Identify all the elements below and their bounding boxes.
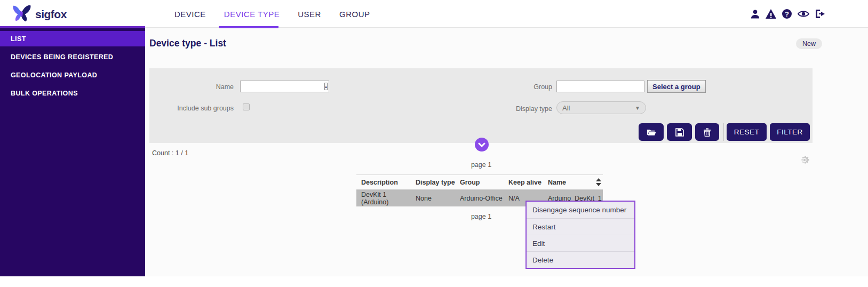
trash-icon	[703, 128, 711, 137]
include-sub-groups-label: Include sub groups	[163, 105, 234, 112]
svg-text:?: ?	[785, 10, 789, 18]
table-header-row: Description Display type Group Keep aliv…	[356, 174, 603, 190]
active-tab-underline	[219, 26, 278, 28]
button-divider	[723, 123, 724, 141]
help-icon[interactable]: ?	[782, 9, 792, 19]
user-icon[interactable]	[750, 9, 760, 19]
main-nav: DEVICE DEVICE TYPE USER GROUP	[174, 0, 370, 28]
input-addon-icon[interactable]: ▴	[324, 83, 328, 90]
tab-group[interactable]: GROUP	[339, 10, 370, 19]
load-filter-button[interactable]	[639, 123, 664, 141]
sidebar-item-devices-being-registered[interactable]: DEVICES BEING REGISTERED	[0, 49, 145, 65]
page-indicator-top: page 1	[463, 161, 500, 169]
eye-icon[interactable]	[797, 9, 810, 19]
sort-ascending-icon[interactable]	[596, 178, 601, 181]
tab-user[interactable]: USER	[298, 10, 321, 19]
brand-name: sigfox	[35, 8, 67, 21]
display-type-label: Display type	[499, 105, 552, 113]
display-type-select[interactable]: All ▼	[556, 101, 646, 114]
display-type-value: All	[562, 104, 570, 112]
col-keep-alive: Keep alive	[508, 179, 548, 186]
chevron-down-icon: ▼	[635, 105, 640, 111]
group-input[interactable]	[545, 81, 643, 92]
gear-icon[interactable]	[799, 154, 810, 168]
butterfly-logo-icon	[12, 4, 32, 25]
tab-device[interactable]: DEVICE	[174, 10, 206, 19]
count-label: Count : 1 / 1	[152, 149, 188, 157]
col-group: Group	[460, 179, 508, 186]
group-label: Group	[499, 83, 552, 91]
col-description: Description	[356, 179, 416, 186]
page-indicator-bottom: page 1	[463, 213, 500, 220]
reset-button[interactable]: RESET	[727, 123, 767, 141]
sort-control[interactable]	[596, 178, 601, 186]
menu-item-disengage-sequence-number[interactable]: Disengage sequence number	[527, 202, 634, 218]
include-sub-groups-checkbox[interactable]	[243, 103, 250, 110]
filter-panel: Name ▴ Include sub groups Group Select a…	[149, 68, 813, 143]
sidebar-item-list[interactable]: LIST	[0, 31, 145, 46]
chevron-down-icon	[478, 142, 485, 147]
collapse-filter-button[interactable]	[475, 138, 489, 152]
sidebar-item-geolocation-payload[interactable]: GEOLOCATION PAYLOAD	[0, 67, 145, 83]
sigfox-logo[interactable]: sigfox	[12, 4, 67, 25]
sidebar: LIST DEVICES BEING REGISTERED GEOLOCATIO…	[0, 28, 145, 276]
save-icon	[675, 128, 684, 137]
cell-description: DevKit 1 (Arduino)	[356, 191, 416, 206]
page-title: Device type - List	[149, 38, 226, 49]
sort-descending-icon[interactable]	[596, 183, 601, 186]
tab-device-type[interactable]: DEVICE TYPE	[224, 10, 280, 19]
top-bar: sigfox DEVICE DEVICE TYPE USER GROUP ?	[0, 0, 868, 28]
menu-item-edit[interactable]: Edit	[527, 235, 634, 251]
save-filter-button[interactable]	[667, 123, 692, 141]
cell-display-type: None	[416, 195, 460, 202]
name-input-wrapper: ▴	[240, 81, 329, 92]
menu-item-delete[interactable]: Delete	[527, 251, 634, 268]
select-a-group-button[interactable]: Select a group	[647, 80, 706, 93]
col-name: Name	[548, 179, 593, 186]
open-folder-icon	[647, 128, 656, 136]
filter-button[interactable]: FILTER	[770, 123, 810, 141]
menu-item-restart[interactable]: Restart	[527, 218, 634, 235]
col-display-type: Display type	[416, 179, 460, 186]
new-button[interactable]: New	[796, 38, 822, 49]
main-content-background	[145, 28, 868, 276]
sidebar-item-bulk-operations[interactable]: BULK OPERATIONS	[0, 85, 145, 101]
delete-filter-button[interactable]	[695, 123, 719, 141]
sidebar-accent-line	[0, 26, 145, 28]
group-input-wrapper	[556, 81, 644, 92]
topbar-icons: ?	[750, 0, 826, 28]
name-input[interactable]	[226, 81, 324, 92]
logout-icon[interactable]	[815, 9, 826, 19]
row-context-menu: Disengage sequence number Restart Edit D…	[525, 201, 635, 269]
alert-icon[interactable]	[765, 9, 777, 19]
cell-group: Arduino-Office	[460, 195, 508, 202]
